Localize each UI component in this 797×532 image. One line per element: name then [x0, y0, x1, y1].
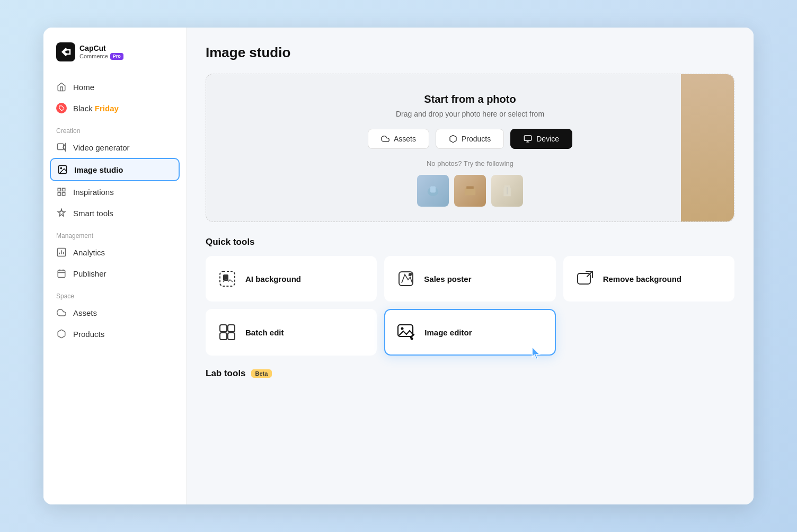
tool-card-sales-poster[interactable]: Sales poster	[384, 256, 555, 302]
sidebar-item-video-generator[interactable]: Video generator	[43, 137, 186, 158]
remove-background-label: Remove background	[603, 274, 681, 283]
smart-tools-icon	[56, 208, 67, 218]
svg-rect-31	[220, 333, 227, 340]
tag-icon	[56, 103, 67, 113]
upload-buttons: Assets Products Device	[219, 129, 721, 149]
sidebar-item-inspirations[interactable]: Inspirations	[43, 181, 186, 202]
sidebar-item-black-friday[interactable]: Black Friday	[43, 97, 186, 119]
sidebar-item-products[interactable]: Products	[43, 323, 186, 344]
image-editor-label: Image editor	[424, 328, 472, 337]
svg-rect-11	[58, 270, 65, 278]
upload-area: Start from a photo Drag and drop your ph…	[206, 74, 734, 222]
svg-point-5	[60, 167, 61, 169]
sales-poster-label: Sales poster	[424, 274, 471, 283]
publisher-icon	[56, 268, 67, 279]
logo-area: CapCut Commerce Pro	[43, 42, 186, 76]
remove-background-icon	[574, 268, 596, 289]
analytics-icon	[56, 247, 67, 258]
sample-images	[219, 175, 721, 207]
tool-card-ai-background[interactable]: AI background	[206, 256, 377, 302]
sample-image-2[interactable]	[454, 175, 486, 207]
sidebar-item-home-label: Home	[73, 83, 94, 92]
svg-rect-9	[58, 193, 60, 196]
ai-background-label: AI background	[245, 274, 301, 283]
sample-image-1[interactable]	[417, 175, 449, 207]
svg-rect-32	[228, 333, 235, 340]
home-icon	[56, 82, 67, 92]
sidebar-item-analytics[interactable]: Analytics	[43, 242, 186, 263]
monitor-icon	[524, 135, 532, 143]
svg-rect-19	[430, 187, 436, 193]
assets-icon	[56, 307, 67, 318]
sidebar-item-publisher[interactable]: Publisher	[43, 263, 186, 284]
lab-tools-label: Lab tools	[206, 368, 246, 379]
box-icon	[449, 135, 457, 143]
cursor-icon	[529, 346, 544, 361]
svg-rect-20	[465, 188, 475, 196]
sidebar-item-products-label: Products	[73, 330, 104, 339]
management-section-label: Management	[43, 224, 186, 242]
pro-badge: Pro	[110, 53, 123, 60]
svg-point-35	[411, 338, 413, 340]
page-title: Image studio	[206, 45, 734, 61]
sidebar-item-image-studio-label: Image studio	[74, 165, 123, 174]
upload-subtitle: Drag and drop your photo here or select …	[219, 110, 721, 118]
sidebar: CapCut Commerce Pro Home	[43, 28, 187, 504]
device-button[interactable]: Device	[510, 129, 572, 149]
svg-rect-29	[220, 325, 227, 332]
image-editor-icon	[396, 322, 417, 343]
sidebar-item-assets[interactable]: Assets	[43, 302, 186, 323]
tool-card-image-editor[interactable]: Image editor	[384, 309, 555, 356]
batch-edit-label: Batch edit	[245, 328, 284, 337]
svg-rect-15	[525, 136, 532, 140]
products-icon	[56, 329, 67, 339]
creation-section-label: Creation	[43, 119, 186, 137]
sidebar-item-assets-label: Assets	[73, 308, 97, 317]
sidebar-item-publisher-label: Publisher	[73, 269, 107, 278]
beta-badge: Beta	[251, 369, 272, 378]
app-container: CapCut Commerce Pro Home	[43, 28, 754, 504]
lab-tools-section: Lab tools Beta	[206, 368, 734, 379]
space-section-label: Space	[43, 284, 186, 302]
sidebar-item-black-friday-label: Black Friday	[73, 104, 119, 113]
assets-button[interactable]: Assets	[368, 129, 429, 149]
capcut-logo-icon	[56, 42, 75, 61]
svg-rect-6	[58, 188, 60, 191]
svg-rect-7	[63, 188, 65, 191]
sidebar-item-smart-tools[interactable]: Smart tools	[43, 202, 186, 224]
sidebar-item-video-generator-label: Video generator	[73, 143, 129, 152]
sidebar-item-analytics-label: Analytics	[73, 248, 105, 257]
batch-edit-icon	[217, 322, 238, 343]
logo-capcut-label: CapCut	[79, 44, 123, 53]
svg-rect-21	[466, 187, 474, 189]
sidebar-item-inspirations-label: Inspirations	[73, 188, 114, 197]
logo-commerce-label: Commerce Pro	[79, 53, 123, 60]
svg-rect-0	[56, 42, 75, 61]
main-content: Image studio Start from a photo Drag and…	[187, 28, 754, 504]
tool-card-remove-background[interactable]: Remove background	[563, 256, 734, 302]
svg-rect-2	[58, 144, 64, 149]
svg-rect-8	[63, 193, 65, 196]
video-icon	[56, 142, 67, 153]
quick-tools-label: Quick tools	[206, 237, 734, 247]
ai-background-icon	[217, 268, 238, 289]
sidebar-item-home[interactable]: Home	[43, 76, 186, 97]
tools-grid: AI background Sales poster	[206, 256, 734, 356]
try-text: No photos? Try the following	[219, 159, 721, 167]
sidebar-item-smart-tools-label: Smart tools	[73, 209, 113, 218]
cloud-icon	[381, 135, 389, 143]
products-button[interactable]: Products	[436, 129, 504, 149]
inspirations-icon	[56, 187, 67, 197]
upload-title: Start from a photo	[219, 93, 721, 105]
sidebar-item-image-studio[interactable]: Image studio	[50, 158, 180, 181]
sample-product-2-icon	[461, 182, 479, 200]
tool-card-batch-edit[interactable]: Batch edit	[206, 309, 377, 356]
sample-product-1-icon	[424, 182, 442, 200]
sample-image-3[interactable]	[491, 175, 523, 207]
upload-side-photo	[681, 74, 734, 221]
svg-point-34	[401, 327, 404, 330]
svg-rect-30	[228, 325, 235, 332]
sales-poster-icon	[395, 268, 417, 289]
logo-text: CapCut Commerce Pro	[79, 44, 123, 60]
sample-product-3-icon	[498, 182, 516, 200]
